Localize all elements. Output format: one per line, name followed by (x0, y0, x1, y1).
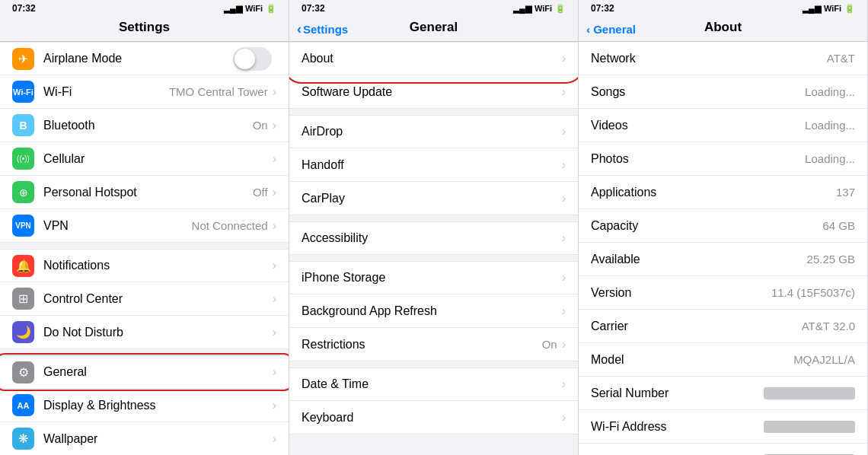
row-bluetooth[interactable]: B Bluetooth On › (0, 109, 289, 142)
hotspot-label: Personal Hotspot (43, 186, 253, 199)
row-keyboard[interactable]: Keyboard › (289, 401, 578, 434)
display-label: Display & Brightness (43, 399, 273, 412)
group-airdrop: AirDrop › Handoff › CarPlay › (289, 115, 578, 215)
restrictions-value: On (542, 338, 557, 351)
general-list[interactable]: About › Software Update › AirDrop › Hand… (289, 42, 578, 455)
signal-icon-3: ▂▄▆ (803, 4, 821, 14)
status-icons-1: ▂▄▆ WiFi 🔋 (224, 4, 276, 14)
backgroundapp-chevron: › (562, 304, 566, 318)
group-about: About › Software Update › (289, 42, 578, 109)
cellular-label: Cellular (43, 152, 273, 166)
general-title: General (410, 20, 458, 34)
iphonestorage-chevron: › (562, 271, 566, 285)
wifiaddress-label: Wi-Fi Address (591, 420, 667, 434)
hotspot-icon: ⊕ (12, 181, 34, 203)
row-controlcenter[interactable]: ⊞ Control Center › (0, 282, 289, 316)
row-backgroundapp[interactable]: Background App Refresh › (289, 294, 578, 328)
wifi-icon-2: WiFi (535, 4, 552, 13)
row-wifi[interactable]: Wi-Fi Wi-Fi TMO Central Tower › (0, 75, 289, 109)
group-network: ✈ Airplane Mode Wi-Fi Wi-Fi TMO Central … (0, 42, 289, 243)
handoff-chevron: › (562, 158, 566, 172)
row-notifications[interactable]: 🔔 Notifications › (0, 249, 289, 282)
controlcenter-chevron: › (273, 292, 276, 306)
airdrop-chevron: › (562, 125, 566, 138)
time-3: 07:32 (591, 3, 614, 14)
carplay-chevron: › (562, 192, 566, 205)
about-chevron: › (562, 52, 566, 65)
videos-value: Loading... (805, 119, 855, 132)
wifi-icon-3: WiFi (824, 4, 841, 13)
row-handoff[interactable]: Handoff › (289, 148, 578, 182)
row-accessibility[interactable]: Accessibility › (289, 221, 578, 255)
about-row-applications: Applications137 (579, 176, 867, 209)
serialnumber-value (764, 387, 855, 399)
row-general[interactable]: ⚙ General › (0, 355, 289, 389)
group-general: ⚙ General › AA Display & Brightness › ❋ … (0, 355, 289, 455)
row-iphonestorage[interactable]: iPhone Storage › (289, 261, 578, 294)
hotspot-chevron: › (273, 186, 276, 199)
row-airplane[interactable]: ✈ Airplane Mode (0, 42, 289, 75)
group-storage: iPhone Storage › Background App Refresh … (289, 261, 578, 361)
status-bar-3: 07:32 ▂▄▆ WiFi 🔋 (579, 0, 867, 17)
signal-icon-1: ▂▄▆ (224, 4, 242, 14)
airplane-icon: ✈ (12, 48, 34, 70)
accessibility-chevron: › (562, 231, 566, 245)
row-vpn[interactable]: VPN VPN Not Connected › (0, 209, 289, 243)
row-wallpaper[interactable]: ❋ Wallpaper › (0, 422, 289, 455)
row-softwareupdate[interactable]: Software Update › (289, 75, 578, 109)
about-title: About (704, 20, 742, 34)
signal-icon-2: ▂▄▆ (513, 4, 531, 14)
time-1: 07:32 (12, 3, 36, 14)
row-carplay[interactable]: CarPlay › (289, 182, 578, 215)
display-chevron: › (273, 399, 276, 412)
back-to-settings[interactable]: ‹ Settings (297, 21, 348, 37)
settings-list[interactable]: ✈ Airplane Mode Wi-Fi Wi-Fi TMO Central … (0, 42, 289, 455)
panel-about: 07:32 ▂▄▆ WiFi 🔋 ‹ General About Network… (579, 0, 868, 455)
display-icon: AA (12, 394, 34, 416)
softwareupdate-label: Software Update (302, 85, 562, 99)
row-restrictions[interactable]: Restrictions On › (289, 328, 578, 361)
panel-general: 07:32 ▂▄▆ WiFi 🔋 ‹ Settings General Abou… (289, 0, 579, 455)
row-hotspot[interactable]: ⊕ Personal Hotspot Off › (0, 176, 289, 209)
about-row-available: Available25.25 GB (579, 243, 867, 276)
status-bar-2: 07:32 ▂▄▆ WiFi 🔋 (289, 0, 578, 17)
photos-label: Photos (591, 152, 629, 166)
donotdisturb-chevron: › (273, 326, 276, 339)
wifi-chevron: › (273, 85, 276, 99)
iphonestorage-label: iPhone Storage (302, 271, 562, 285)
notifications-icon: 🔔 (12, 255, 34, 277)
version-value: 11.4 (15F5037c) (771, 286, 855, 299)
wifi-value: TMO Central Tower (169, 85, 268, 98)
about-row-serialnumber: Serial Number (579, 377, 867, 410)
row-donotdisturb[interactable]: 🌙 Do Not Disturb › (0, 316, 289, 349)
backgroundapp-label: Background App Refresh (302, 304, 562, 318)
capacity-value: 64 GB (822, 219, 855, 232)
about-panel: 07:32 ▂▄▆ WiFi 🔋 ‹ General About Network… (579, 0, 868, 455)
vpn-value: Not Connected (192, 219, 268, 232)
row-airdrop[interactable]: AirDrop › (289, 115, 578, 148)
row-display[interactable]: AA Display & Brightness › (0, 389, 289, 422)
keyboard-label: Keyboard (302, 411, 562, 425)
nav-bar-settings: Settings (0, 17, 289, 42)
airplane-toggle[interactable] (233, 47, 272, 71)
bluetooth-value: On (253, 119, 268, 132)
controlcenter-label: Control Center (43, 292, 273, 306)
battery-icon-1: 🔋 (266, 4, 276, 14)
settings-panel: 07:32 ▂▄▆ WiFi 🔋 Settings ✈ Airplane Mod… (0, 0, 289, 455)
row-about[interactable]: About › (289, 42, 578, 75)
row-cellular[interactable]: ((•)) Cellular › (0, 142, 289, 176)
wallpaper-chevron: › (273, 432, 276, 446)
about-label-row: About (302, 52, 562, 65)
wifi-icon-1: WiFi (245, 4, 263, 13)
applications-value: 137 (836, 186, 855, 199)
status-icons-2: ▂▄▆ WiFi 🔋 (513, 4, 566, 14)
airplane-label: Airplane Mode (43, 52, 233, 65)
back-to-general[interactable]: ‹ General (586, 23, 636, 36)
about-row-carrier: CarrierAT&T 32.0 (579, 310, 867, 343)
row-datetime[interactable]: Date & Time › (289, 368, 578, 401)
available-label: Available (591, 253, 640, 266)
donotdisturb-icon: 🌙 (12, 321, 34, 343)
cellular-chevron: › (273, 152, 276, 166)
about-rows: NetworkAT&TSongsLoading...VideosLoading.… (579, 42, 867, 455)
cellular-icon: ((•)) (12, 148, 34, 170)
